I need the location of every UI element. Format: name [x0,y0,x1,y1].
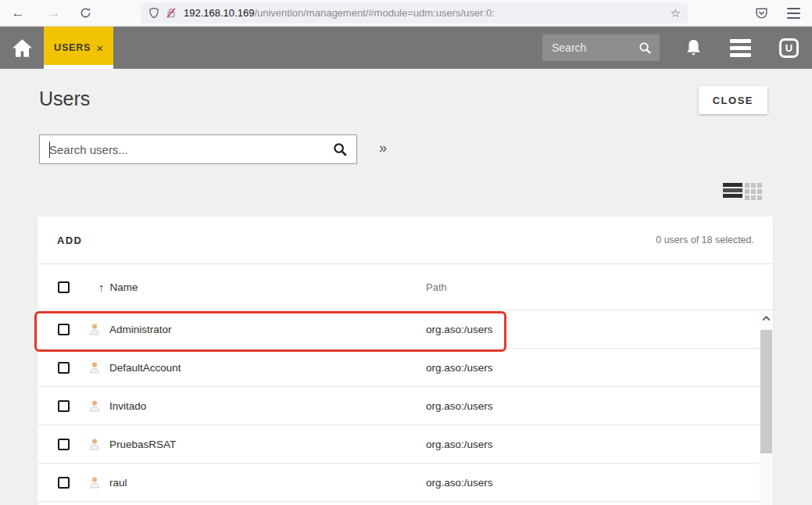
user-search-field[interactable] [39,134,357,164]
table-row-defaultaccount[interactable]: DefaultAccount org.aso:/users [38,349,773,387]
text-caret [49,141,50,158]
row-checkbox[interactable] [58,362,70,374]
user-avatar-icon [89,438,100,450]
user-path: org.aso:/users [426,362,493,374]
bookmark-star-icon[interactable]: ☆ [671,6,681,20]
grid-toolbar: ADD 0 users of 18 selected. [38,217,773,264]
user-search-input[interactable] [40,143,333,156]
grid-rows: Administrator org.aso:/users DefaultAcco… [38,310,773,502]
row-checkbox[interactable] [58,477,70,489]
home-icon [12,38,33,58]
user-name: PruebasRSAT [109,439,176,450]
user-path: org.aso:/users [426,439,493,450]
global-search-placeholder: Search [552,41,639,54]
user-path: org.aso:/users [426,324,493,335]
univention-logo[interactable]: U [779,38,799,58]
user-name: DefaultAccount [109,362,181,374]
list-view-icon[interactable] [723,183,742,198]
browser-refresh-icon[interactable] [80,7,97,19]
add-user-button[interactable]: ADD [57,235,82,246]
sort-ascending-icon: ↑ [98,281,105,294]
search-icon[interactable] [639,41,652,55]
selection-status: 0 users of 18 selected. [656,235,754,245]
global-search-input[interactable]: Search [542,34,660,61]
table-row-administrator[interactable]: Administrator org.aso:/users [38,310,773,349]
url-bar[interactable]: 192.168.10.169/univention/management/#mo… [141,3,688,23]
scrollbar-thumb[interactable] [760,330,772,453]
url-path-text: /univention/management/#module=udm:users… [254,7,495,19]
browser-forward-icon[interactable]: → [45,5,63,21]
user-name: Administrator [109,324,172,335]
browser-toolbar: ← → 192.168.10.169/univention/management… [0,0,812,27]
table-scrollbar[interactable] [760,311,773,505]
column-header-name[interactable]: Name [110,281,138,293]
url-host-text: 192.168.10.169 [184,7,254,19]
column-header-path[interactable]: Path [426,281,447,293]
row-checkbox[interactable] [58,439,70,450]
user-avatar-icon [89,361,100,374]
select-all-checkbox[interactable] [58,281,70,293]
umc-header: USERS × Search U [0,27,812,69]
user-avatar-icon [89,476,100,489]
insecure-lock-icon[interactable] [166,7,177,19]
user-avatar-icon [89,323,100,335]
tab-users-label: USERS [54,42,91,53]
user-name: Invitado [109,400,146,412]
pocket-icon[interactable] [755,6,768,20]
univention-logo-letter: U [785,42,792,55]
tab-close-icon[interactable]: × [96,42,103,54]
scroll-up-icon[interactable] [760,311,773,325]
row-checkbox[interactable] [58,400,70,412]
user-name: raul [109,477,127,489]
close-module-button[interactable]: CLOSE [699,86,767,114]
user-path: org.aso:/users [426,477,493,489]
home-button[interactable] [0,27,44,69]
grid-header-row: ↑ Name Path [38,264,773,310]
table-row-pruebasrsat[interactable]: PruebasRSAT org.aso:/users [38,425,773,464]
table-row-invitado[interactable]: Invitado org.aso:/users [38,387,773,425]
grid-view-icon[interactable] [745,183,762,200]
results-card: ADD 0 users of 18 selected. ↑ Name Path … [38,217,773,505]
tab-users[interactable]: USERS × [44,27,113,69]
umc-menu-icon[interactable] [730,39,751,57]
browser-back-icon[interactable]: ← [9,5,27,21]
notifications-bell-icon[interactable] [685,39,702,57]
table-row-raul[interactable]: raul org.aso:/users [38,464,773,502]
row-checkbox[interactable] [58,324,70,335]
user-avatar-icon [89,399,100,412]
search-submit-icon[interactable] [333,142,348,157]
advanced-search-chevron-icon[interactable]: » [379,140,387,156]
user-path: org.aso:/users [426,400,493,412]
browser-menu-icon[interactable] [787,8,800,19]
page-title: Users [39,88,90,110]
tracking-shield-icon[interactable] [148,7,159,19]
